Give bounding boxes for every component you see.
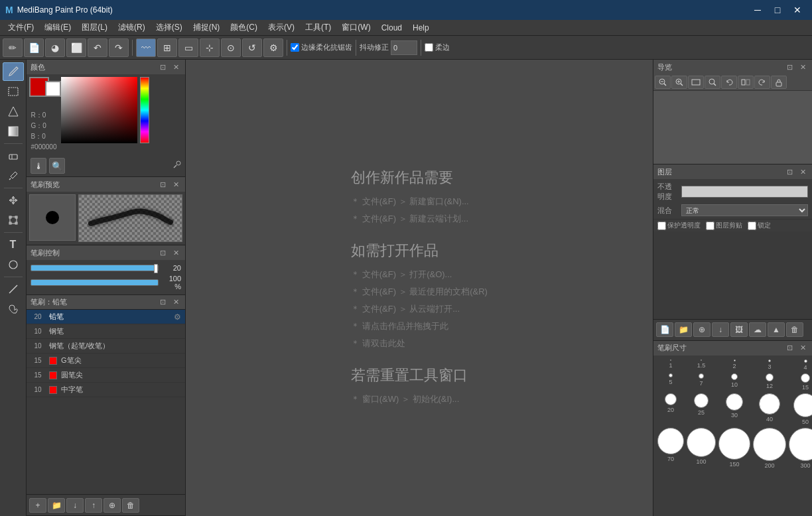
hand-tool-btn[interactable] (3, 300, 24, 318)
antialias-checkbox[interactable] (291, 43, 299, 52)
brush-folder-btn[interactable]: 📁 (48, 498, 65, 513)
brush-size-expand[interactable]: ⊡ (784, 343, 795, 354)
shape-tool-btn[interactable] (3, 255, 24, 274)
color-gradient[interactable] (61, 77, 137, 143)
menu-view[interactable]: 表示(V) (263, 20, 300, 35)
brush-import-btn[interactable]: ↓ (66, 498, 84, 513)
layer-cloud[interactable]: ☁ (749, 322, 766, 337)
nav-rotate-left[interactable] (721, 76, 737, 89)
toolbar-settings[interactable]: ⚙ (263, 38, 283, 57)
eraser-tool-btn[interactable] (3, 147, 24, 165)
toolbar-pencil[interactable]: ✏ (3, 38, 23, 57)
opacity-bar[interactable] (681, 186, 808, 198)
brush-size-item-1[interactable]: 1.5 (687, 359, 716, 371)
brush-preview-close[interactable]: ✕ (170, 179, 181, 190)
menu-cloud[interactable]: Cloud (376, 20, 407, 35)
toolbar-new[interactable]: 📄 (24, 38, 44, 57)
lock-layer-checkbox[interactable] (748, 222, 756, 230)
toolbar-brush-mode[interactable]: 〰 (136, 38, 156, 57)
minimize-button[interactable]: ─ (748, 3, 767, 17)
brush-control-expand[interactable]: ⊡ (157, 247, 168, 258)
brush-list-expand[interactable]: ⊡ (157, 297, 168, 308)
brush-control-close[interactable]: ✕ (170, 247, 181, 258)
brush-export-btn[interactable]: ↑ (85, 498, 102, 513)
menu-window[interactable]: 窗口(W) (336, 20, 375, 35)
close-button[interactable]: ✕ (788, 3, 807, 17)
eyedropper-tool-btn[interactable] (3, 166, 24, 185)
brush-size-item-9[interactable]: 15 (789, 373, 812, 391)
blend-mode-select[interactable]: 正常 (681, 204, 808, 216)
menu-capture[interactable]: 捕捉(N) (188, 20, 226, 35)
layer-delete[interactable]: 🗑 (786, 322, 803, 337)
toolbar-snap[interactable]: ⊹ (200, 38, 220, 57)
brush-size-item-2[interactable]: 2 (718, 359, 750, 371)
menu-tools[interactable]: 工具(T) (300, 20, 336, 35)
brush-list-item-5[interactable]: 10中字笔 (27, 383, 185, 397)
nav-fit[interactable] (688, 76, 704, 89)
layer-panel-expand[interactable]: ⊡ (784, 166, 795, 177)
nav-zoom-actual[interactable] (705, 76, 720, 89)
layer-merge-down[interactable]: ↓ (712, 322, 729, 337)
nav-flip-h[interactable] (738, 76, 754, 89)
brush-size-item-12[interactable]: 30 (718, 393, 750, 425)
brush-add-btn[interactable]: + (29, 498, 46, 513)
brush-size-item-11[interactable]: 25 (687, 393, 716, 425)
brush-size-item-14[interactable]: 50 (789, 393, 812, 425)
stabilizer-input[interactable] (391, 40, 417, 55)
brush-tool-btn[interactable] (3, 62, 24, 81)
screenshot-color-btn[interactable]: 🔍 (49, 158, 65, 174)
size-slider-track[interactable] (31, 265, 159, 271)
brush-copy-btn[interactable]: ⊕ (103, 498, 121, 513)
brush-list-item-0[interactable]: 20铅笔⚙ (27, 310, 185, 324)
eyedropper-color-btn[interactable]: 🌡 (31, 158, 46, 174)
nav-zoom-in[interactable] (671, 76, 687, 89)
canvas-area[interactable]: 创作新作品需要 ＊ 文件(&F) ＞ 新建窗口(&N)... ＊ 文件(&F) … (186, 60, 653, 516)
layer-duplicate[interactable]: ⊕ (693, 322, 710, 337)
maximize-button[interactable]: □ (768, 3, 787, 17)
brush-size-item-13[interactable]: 40 (753, 393, 786, 425)
layer-new-raster[interactable]: 📄 (656, 322, 673, 337)
brush-size-item-15[interactable]: 70 (657, 428, 684, 469)
menu-layer[interactable]: 图层(L) (76, 20, 113, 35)
brush-size-item-16[interactable]: 100 (687, 428, 716, 469)
toolbar-undo[interactable]: ↶ (88, 38, 107, 57)
brush-preview-expand[interactable]: ⊡ (157, 179, 168, 190)
menu-file[interactable]: 文件(F) (3, 20, 39, 35)
gradient-tool-btn[interactable] (3, 122, 24, 141)
brush-size-item-4[interactable]: 4 (789, 359, 812, 371)
opacity-slider-track[interactable] (31, 279, 159, 286)
navigator-close[interactable]: ✕ (797, 62, 808, 72)
softedge-checkbox[interactable] (425, 43, 433, 52)
menu-color[interactable]: 颜色(C) (225, 20, 263, 35)
fill-tool-btn[interactable] (3, 102, 24, 121)
brush-size-close[interactable]: ✕ (797, 343, 808, 354)
brush-list-item-4[interactable]: 15圆笔尖 (27, 368, 185, 383)
toolbar-redo[interactable]: ↷ (109, 38, 129, 57)
brush-size-item-8[interactable]: 12 (753, 373, 786, 391)
brush-size-item-5[interactable]: 5 (657, 373, 684, 391)
brush-list-item-1[interactable]: 10钢笔 (27, 324, 185, 339)
brush-list-close[interactable]: ✕ (170, 297, 181, 308)
menu-filter[interactable]: 滤镜(R) (113, 20, 151, 35)
brush-size-item-10[interactable]: 20 (657, 393, 684, 425)
toolbar-grid[interactable]: ⊞ (157, 38, 177, 57)
menu-help[interactable]: Help (407, 20, 435, 35)
color-hue-slider[interactable] (140, 77, 149, 143)
brush-size-item-7[interactable]: 10 (718, 373, 750, 391)
layer-move-up[interactable]: ▲ (768, 322, 785, 337)
text-tool-btn[interactable]: T (3, 235, 24, 254)
toolbar-eraser[interactable]: ⬜ (66, 38, 86, 57)
toolbar-circle[interactable]: ⊙ (221, 38, 241, 57)
toolbar-refresh[interactable]: ↺ (242, 38, 262, 57)
brush-size-item-3[interactable]: 3 (753, 359, 786, 371)
nav-rotate-right[interactable] (754, 76, 770, 89)
color-panel-expand[interactable]: ⊡ (157, 62, 168, 72)
navigator-expand[interactable]: ⊡ (784, 62, 795, 72)
clip-layer-checkbox[interactable] (706, 222, 714, 230)
move-tool-btn[interactable] (3, 191, 24, 210)
protect-alpha-checkbox[interactable] (657, 222, 666, 230)
brush-delete-btn[interactable]: 🗑 (122, 498, 139, 513)
nav-lock[interactable] (771, 76, 787, 89)
brush-size-item-19[interactable]: 300 (789, 428, 812, 469)
transform-tool-btn[interactable] (3, 211, 24, 229)
